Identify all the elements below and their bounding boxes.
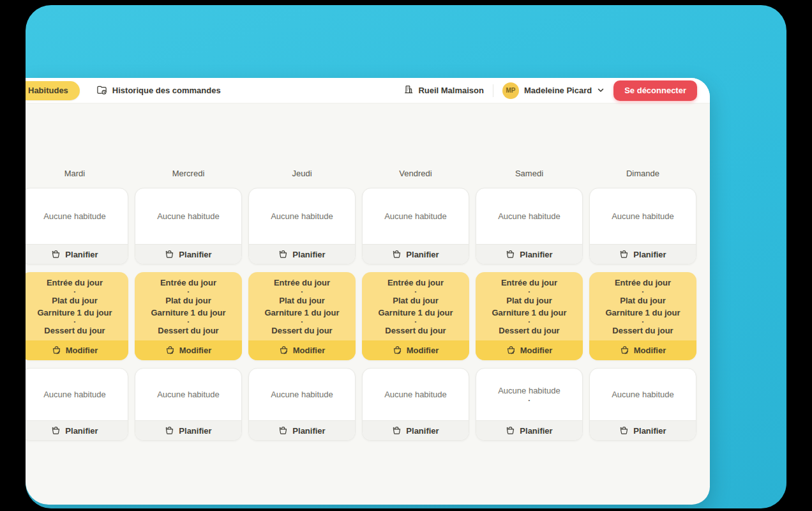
day-label-jeudi: Jeudi — [248, 167, 356, 180]
tab-historique-commandes[interactable]: Historique des commandes — [96, 84, 221, 97]
habit-item-label: Plat du jour — [52, 294, 98, 307]
habit-item-label: Dessert du jour — [385, 324, 446, 337]
empty-label: Aucune habitude — [612, 390, 674, 399]
habits-planner: MardiMercrediJeudiVendrediSamediDimande … — [26, 167, 696, 441]
header-nav: Habitudes Historique des commandes — [26, 81, 221, 100]
separator-dot: • — [529, 397, 530, 403]
empty-label: Aucune habitude — [384, 390, 447, 399]
location-selector[interactable]: Rueil Malmaison — [403, 84, 484, 96]
habit-card-filled: Entrée du jour•Plat du jourGarniture 1 d… — [589, 272, 696, 360]
basket-edit-icon — [620, 346, 629, 355]
plan-button[interactable]: Planifier — [476, 244, 582, 264]
separator-dot: • — [529, 289, 530, 294]
habit-item-label: Garniture 1 du jour — [605, 307, 680, 319]
avatar: MP — [502, 82, 519, 99]
plan-button[interactable]: Planifier — [363, 244, 469, 264]
basket-edit-icon — [52, 346, 61, 355]
card-body: Aucune habitude — [26, 188, 128, 244]
empty-label: Aucune habitude — [612, 211, 674, 221]
habit-card-empty: Aucune habitude•Planifier — [476, 368, 583, 441]
app-window: Habitudes Historique des commandes — [26, 78, 710, 505]
habit-card-empty: Aucune habitudePlanifier — [476, 188, 583, 264]
card-body: Aucune habitude• — [476, 369, 582, 420]
modify-button[interactable]: Modifier — [589, 340, 696, 360]
card-body: Aucune habitude — [26, 369, 128, 420]
modify-button[interactable]: Modifier — [362, 340, 469, 360]
habit-item-label: Garniture 1 du jour — [378, 307, 453, 319]
empty-label: Aucune habitude — [498, 386, 560, 395]
card-body: Aucune habitude — [135, 369, 241, 420]
footer-button-label: Planifier — [633, 426, 666, 436]
empty-label: Aucune habitude — [157, 390, 220, 399]
footer-button-label: Planifier — [292, 426, 325, 436]
tab-habitudes[interactable]: Habitudes — [26, 81, 80, 100]
basket-icon — [619, 250, 629, 259]
habit-item-label: Dessert du jour — [612, 324, 673, 337]
basket-icon — [619, 426, 629, 436]
habit-card-empty: Aucune habitudePlanifier — [135, 368, 242, 441]
separator-dot: • — [415, 289, 417, 294]
logout-button[interactable]: Se déconnecter — [613, 80, 697, 101]
separator-dot: • — [301, 289, 303, 294]
basket-icon — [165, 426, 174, 436]
plan-button[interactable]: Planifier — [135, 420, 241, 440]
modify-button[interactable]: Modifier — [135, 340, 242, 360]
basket-edit-icon — [165, 346, 175, 355]
basket-edit-icon — [393, 346, 402, 355]
plan-button[interactable]: Planifier — [26, 244, 128, 264]
building-icon — [403, 84, 414, 96]
modify-button[interactable]: Modifier — [476, 340, 583, 360]
habit-item-label: Dessert du jour — [271, 324, 332, 337]
habit-card-empty: Aucune habitudePlanifier — [26, 188, 128, 264]
habit-item-label: Dessert du jour — [499, 324, 559, 337]
habit-item-label: Dessert du jour — [44, 324, 105, 337]
modify-button[interactable]: Modifier — [26, 340, 128, 360]
plan-button[interactable]: Planifier — [249, 420, 355, 440]
plan-button[interactable]: Planifier — [26, 420, 128, 440]
chevron-down-icon — [597, 85, 605, 96]
separator-dot: • — [529, 319, 530, 324]
basket-icon — [165, 250, 174, 259]
plan-button[interactable]: Planifier — [135, 244, 241, 264]
basket-icon — [51, 426, 61, 436]
day-label-mardi: Mardi — [26, 167, 128, 180]
habit-item-label: Entrée du jour — [47, 277, 103, 289]
card-body: Aucune habitude — [135, 188, 241, 244]
habit-card-empty: Aucune habitudePlanifier — [26, 368, 128, 441]
day-label-vendredi: Vendredi — [362, 167, 469, 180]
empty-label: Aucune habitude — [43, 211, 106, 221]
plan-button[interactable]: Planifier — [476, 420, 582, 440]
habit-card-empty: Aucune habitudePlanifier — [589, 188, 696, 264]
plan-button[interactable]: Planifier — [249, 244, 355, 264]
basket-icon — [506, 426, 515, 436]
separator-dot: • — [188, 319, 190, 324]
footer-button-label: Planifier — [520, 250, 552, 259]
card-body: Aucune habitude — [363, 369, 469, 420]
plan-button[interactable]: Planifier — [590, 420, 696, 440]
separator-dot: • — [642, 319, 644, 324]
footer-button-label: Modifier — [179, 346, 212, 355]
plan-button[interactable]: Planifier — [590, 244, 696, 264]
habit-card-filled: Entrée du jour•Plat du jourGarniture 1 d… — [476, 272, 583, 360]
app-header: Habitudes Historique des commandes — [26, 78, 710, 103]
separator-dot: • — [188, 289, 190, 294]
habit-card-empty: Aucune habitudePlanifier — [362, 188, 469, 264]
user-menu[interactable]: MP Madeleine Picard — [502, 82, 605, 99]
empty-label: Aucune habitude — [271, 390, 333, 399]
tab-habitudes-label: Habitudes — [28, 86, 68, 95]
habit-item-label: Entrée du jour — [387, 277, 444, 289]
plan-button[interactable]: Planifier — [363, 420, 469, 440]
footer-button-label: Planifier — [406, 426, 439, 436]
card-body: Aucune habitude — [590, 369, 696, 420]
habit-item-label: Plat du jour — [506, 294, 552, 307]
header-actions: Rueil Malmaison MP Madeleine Picard Se d… — [403, 80, 697, 101]
habit-card-empty: Aucune habitudePlanifier — [589, 368, 696, 441]
modify-button[interactable]: Modifier — [248, 340, 356, 360]
separator-dot: • — [301, 319, 303, 324]
habit-card-filled: Entrée du jour•Plat du jourGarniture 1 d… — [248, 272, 356, 360]
footer-button-label: Modifier — [520, 346, 553, 355]
folder-clock-icon — [96, 84, 107, 97]
empty-label: Aucune habitude — [43, 390, 106, 399]
habit-card-empty: Aucune habitudePlanifier — [362, 368, 469, 441]
footer-button-label: Planifier — [179, 250, 211, 259]
